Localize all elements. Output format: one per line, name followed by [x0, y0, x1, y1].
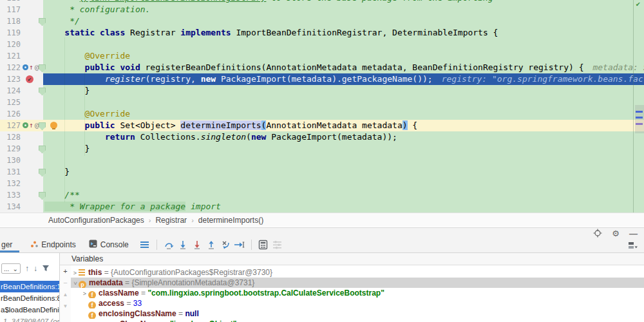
tab-debugger[interactable]: ger — [0, 237, 14, 252]
inspection-ok-check-icon[interactable]: ✔ — [636, 0, 640, 8]
variable-row-metadata[interactable]: >pmetadata = {SimpleAnnotationMetadata@3… — [71, 278, 644, 288]
code-line-119[interactable]: 119 static class Registrar implements Im… — [0, 27, 644, 39]
code-token: PackageImport(metadata)); — [266, 132, 397, 142]
line-number[interactable]: 119 — [0, 27, 21, 39]
code-line-123[interactable]: 123✔ register(registry, new PackageImpor… — [0, 73, 644, 85]
step-out-icon[interactable] — [205, 240, 217, 250]
code-editor[interactable]: 116 * {@link ImportBeanDefinitionRegistr… — [0, 0, 644, 213]
step-over-icon[interactable] — [163, 240, 175, 250]
code-token: @Override — [44, 51, 130, 61]
code-line-122[interactable]: 122↑@ public void registerBeanDefinition… — [0, 62, 644, 73]
scrollbar-mark — [636, 117, 643, 118]
code-line-118[interactable]: 118 */ — [0, 15, 644, 27]
variable-row-superClassName[interactable]: >fsuperClassName = "java.lang.Object" — [71, 319, 644, 322]
line-number[interactable]: 132 — [0, 178, 21, 189]
variable-row-className[interactable]: >fclassName = "com.lingxiao.springboot.b… — [71, 288, 644, 298]
force-step-into-icon[interactable] — [191, 240, 203, 250]
evaluate-expression-icon[interactable] — [258, 240, 269, 250]
code-line-126[interactable]: 126 @Override — [0, 108, 644, 120]
tab-console-label: Console — [100, 240, 129, 249]
code-line-125[interactable]: 125 — [0, 97, 644, 108]
equals-sign: = — [139, 289, 148, 298]
code-line-133[interactable]: 133 /** — [0, 189, 644, 201]
code-token: implements — [180, 28, 236, 37]
line-number[interactable]: 124 — [0, 85, 21, 97]
watch-move-down-button[interactable]: ▼ — [63, 303, 68, 310]
line-number[interactable]: 126 — [0, 108, 21, 120]
code-token: AnnotationMetadata metadata — [266, 120, 402, 130]
code-line-127[interactable]: 127↑@ public Set<Object> determineImport… — [0, 120, 644, 131]
line-number[interactable]: 125 — [0, 97, 21, 108]
code-token: /** — [44, 190, 80, 200]
override-marker-icon[interactable] — [23, 64, 28, 70]
annotation-gutter-icon: @ — [35, 62, 39, 73]
line-number[interactable]: 118 — [0, 15, 21, 27]
breadcrumb-item[interactable]: Registrar — [155, 216, 187, 225]
variable-value: 33 — [133, 299, 142, 308]
previous-frame-icon[interactable]: ↑ — [25, 264, 29, 273]
variable-row-access[interactable]: faccess = 33 — [71, 298, 644, 308]
line-number[interactable]: 130 — [0, 155, 21, 166]
line-number[interactable]: 121 — [0, 50, 21, 62]
code-line-130[interactable]: 130 — [0, 155, 644, 166]
line-number[interactable]: 129 — [0, 143, 21, 155]
stack-frame-row[interactable]: rBeanDefinitions:12 — [0, 281, 59, 292]
code-line-132[interactable]: 132 — [0, 178, 644, 189]
scrollbar-mark — [636, 111, 643, 113]
chevron-collapsed-icon[interactable]: > — [81, 319, 88, 322]
watch-add-button[interactable]: + — [63, 268, 67, 275]
code-line-129[interactable]: 129 } — [0, 143, 644, 155]
stack-frame-row[interactable]: rBeanDefinitions:86 — [0, 292, 59, 304]
variable-name: enclosingClassName — [99, 309, 176, 318]
variable-row-enclosingClassName[interactable]: fenclosingClassName = null — [71, 308, 644, 319]
field-icon: f — [88, 312, 96, 319]
override-arrow-icon[interactable]: ↑ — [29, 62, 33, 73]
hamburger-menu-icon[interactable] — [139, 240, 151, 250]
line-number[interactable]: 127 — [0, 120, 21, 131]
chevron-collapsed-icon[interactable]: > — [81, 289, 88, 298]
filter-funnel-icon[interactable] — [42, 263, 50, 274]
line-number[interactable]: 131 — [0, 166, 21, 178]
stack-frame-row[interactable]: a$loadBeanDefinitio — [0, 304, 59, 316]
line-number[interactable]: 120 — [0, 39, 21, 50]
override-marker-icon[interactable] — [23, 122, 28, 128]
line-number[interactable]: 128 — [0, 131, 21, 143]
code-line-124[interactable]: 124 } — [0, 85, 644, 97]
variable-name: metadata — [89, 278, 123, 287]
code-line-120[interactable]: 120 — [0, 39, 644, 50]
code-line-128[interactable]: 128 return Collections.singleton(new Pac… — [0, 131, 644, 143]
next-frame-icon[interactable]: ↓ — [33, 264, 37, 273]
line-number[interactable]: 134 — [0, 201, 21, 213]
override-arrow-icon[interactable]: ↑ — [29, 120, 33, 131]
editor-scrollbar-thumb[interactable] — [635, 105, 644, 133]
breakpoint-icon[interactable]: ✔ — [26, 75, 33, 83]
tab-console[interactable]: Console — [88, 237, 130, 252]
variable-name: className — [99, 289, 139, 298]
thread-selector-combo[interactable]: ... ⌄ — [1, 263, 21, 274]
code-token: } — [44, 144, 90, 153]
tab-endpoints[interactable]: Endpoints — [29, 237, 77, 252]
chevron-expanded-icon[interactable]: > — [71, 280, 80, 287]
watch-remove-button[interactable]: − — [63, 279, 67, 287]
drop-frame-icon[interactable] — [220, 240, 231, 250]
line-number[interactable]: 133 — [0, 189, 21, 201]
code-line-121[interactable]: 121 @Override — [0, 50, 644, 62]
thread-combo-label: ... — [4, 265, 9, 272]
run-to-cursor-icon[interactable] — [234, 240, 245, 250]
line-number[interactable]: 117 — [0, 4, 21, 15]
line-number[interactable]: 122 — [0, 62, 21, 73]
variable-value: "com.lingxiao.springboot.bootstrap.CalCu… — [147, 289, 384, 298]
chevron-collapsed-icon[interactable]: > — [71, 268, 79, 278]
breadcrumb-item[interactable]: AutoConfigurationPackages — [48, 216, 144, 225]
line-number[interactable]: 123 — [0, 73, 21, 85]
frames-toolbar: ... ⌄ ↑ ↓ — [0, 261, 59, 276]
code-line-134[interactable]: 134 * Wrapper for a package import — [0, 201, 644, 213]
step-into-icon[interactable] — [177, 240, 189, 250]
stack-frame-row[interactable]: -1, 347808407 (org — [0, 316, 59, 322]
variable-row-this[interactable]: >this = {AutoConfigurationPackages$Regis… — [71, 267, 644, 278]
code-line-131[interactable]: 131 } — [0, 166, 644, 178]
breadcrumb-item[interactable]: determineImports() — [198, 216, 263, 225]
intention-bulb-icon[interactable] — [50, 122, 57, 129]
watch-move-up-button[interactable]: ▲ — [63, 291, 68, 298]
code-line-117[interactable]: 117 * configuration. — [0, 4, 644, 15]
